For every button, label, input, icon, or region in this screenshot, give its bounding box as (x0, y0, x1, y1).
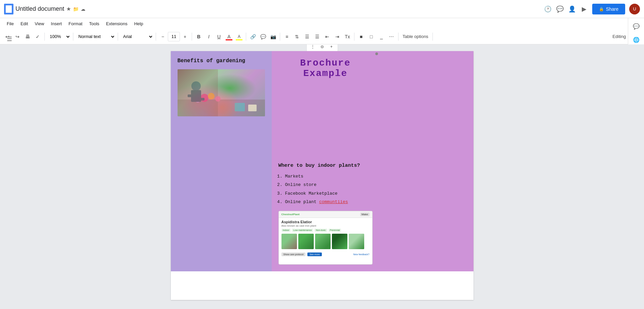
link-button[interactable]: 🔗 (248, 32, 258, 41)
plant-description: Also known as cast iron plant (281, 224, 370, 227)
border-dash-button[interactable]: ⋯ (387, 32, 396, 41)
plant-thumbnail (298, 234, 314, 249)
star-icon[interactable]: ★ (66, 6, 71, 12)
plant-name: Aspidistra Elatior (281, 220, 370, 224)
plant-thumbnail (315, 234, 331, 249)
menu-item-insert[interactable]: Insert (48, 20, 65, 28)
image-button[interactable]: 📷 (268, 32, 278, 41)
sidebar-chat-icon[interactable]: 🌐 (631, 34, 642, 45)
where-to-buy-title: Where to buy indoor plants? (278, 163, 373, 168)
document-table: Benefits of gardening (171, 51, 473, 271)
feedback-link: New feedback? (353, 253, 369, 256)
garden-image (178, 69, 265, 116)
menu-bar: File Edit View Insert Format Tools Exten… (0, 18, 644, 29)
plant-list: Markets Online store Facebook Marketplac… (278, 172, 373, 206)
svg-rect-8 (248, 105, 257, 111)
meet-icon[interactable]: ▶ (580, 5, 588, 13)
avatar[interactable]: U (629, 4, 640, 14)
border-width-button[interactable]: ⎯ (377, 32, 386, 41)
menu-item-tools[interactable]: Tools (86, 20, 102, 28)
lock-icon: 🔒 (599, 7, 604, 11)
menu-item-extensions[interactable]: Extensions (103, 20, 130, 28)
plant-tag: Non-toxic (314, 229, 327, 232)
divider (44, 33, 45, 41)
document-page: Benefits of gardening (171, 51, 473, 300)
border-color-button[interactable]: □ (367, 32, 376, 41)
outline-toggle-icon[interactable]: ☰ (7, 35, 12, 43)
table-move-icon[interactable]: ⋮ (309, 44, 317, 51)
table-align-icon[interactable]: ⊝ (318, 44, 326, 51)
cloud-saved-icon: ☁ (81, 6, 85, 12)
font-size-decrease-button[interactable]: − (158, 32, 167, 41)
table-left-cell: Benefits of gardening (171, 51, 272, 271)
line-spacing-button[interactable]: ⇅ (292, 32, 302, 41)
plant-images (281, 234, 370, 249)
fill-color-button[interactable]: ■ (356, 32, 366, 41)
table-options-button[interactable]: Table options (401, 34, 430, 39)
font-size-increase-button[interactable]: + (180, 32, 190, 41)
svg-point-4 (208, 93, 215, 100)
font-size-input[interactable] (168, 32, 180, 41)
menu-item-format[interactable]: Format (66, 20, 85, 28)
editing-mode-select[interactable]: Editing (612, 34, 626, 39)
menu-item-view[interactable]: View (32, 20, 47, 28)
svg-rect-7 (235, 103, 245, 111)
plant-tag: Perennial (329, 229, 341, 232)
collab-icon[interactable]: 👤 (568, 5, 576, 13)
brochure-title: Brochure Example (278, 58, 373, 79)
share-label: Share (606, 6, 618, 12)
website-make-button: Make (360, 213, 370, 216)
doc-icon (4, 4, 13, 14)
divider (398, 33, 399, 41)
italic-button[interactable]: I (204, 32, 214, 41)
list-item: Markets (285, 172, 373, 180)
doc-title: Untitled document (15, 5, 64, 12)
list-item: Online store (285, 181, 373, 189)
title-bar-right: 🕐 💬 👤 ▶ 🔒 Share U (544, 4, 640, 14)
see-more-button: See more (307, 253, 321, 256)
table-add-col-icon[interactable]: + (328, 44, 336, 51)
website-footer: Show care protocol See more New feedback… (279, 251, 372, 258)
plant-thumbnail (349, 234, 364, 249)
menu-item-help[interactable]: Help (131, 20, 146, 28)
menu-item-file[interactable]: File (4, 20, 16, 28)
history-icon[interactable]: 🕐 (544, 5, 552, 13)
menu-item-edit[interactable]: Edit (18, 20, 31, 28)
share-button[interactable]: 🔒 Share (592, 4, 625, 14)
sidebar-comments-icon[interactable]: 💬 (631, 21, 642, 32)
print-button[interactable]: 🖶 (23, 32, 32, 41)
plant-tag: Low maintenance (292, 229, 313, 232)
highlight-color-button[interactable]: A (234, 32, 244, 41)
divider (432, 33, 433, 41)
clear-format-button[interactable]: Tx (343, 32, 352, 41)
ordered-list-button[interactable]: ☰ (312, 32, 322, 41)
divider (192, 33, 192, 41)
underline-button[interactable]: U (214, 32, 224, 41)
indent-decrease-button[interactable]: ⇤ (323, 32, 332, 41)
table-right-cell: Brochure Example Where to buy indoor pla… (272, 51, 379, 271)
text-color-button[interactable]: A (224, 32, 234, 41)
indent-increase-button[interactable]: ⇥ (333, 32, 342, 41)
indoor-plants-section: Where to buy indoor plants? Markets Onli… (278, 163, 373, 265)
comment-insert-button[interactable]: 💬 (258, 32, 268, 41)
title-bar: Untitled document ★ 📁 ☁ 🕐 💬 👤 ▶ 🔒 Share … (0, 0, 644, 18)
svg-rect-11 (188, 94, 193, 97)
spellcheck-button[interactable]: ✓ (33, 32, 42, 41)
document-area: ⋮ ⊝ + Benefits of gardening (0, 44, 644, 309)
zoom-select[interactable]: 100% 75% 125% 150% (47, 32, 71, 41)
list-check-button[interactable]: ☰ (302, 32, 312, 41)
table-toolbar: ⋮ ⊝ + (306, 44, 338, 52)
folder-icon[interactable]: 📁 (73, 6, 79, 12)
font-select[interactable]: Arial Times New Roman Georgia (120, 32, 154, 41)
svg-point-9 (191, 81, 201, 91)
benefits-title: Benefits of gardening (178, 58, 265, 64)
redo-button[interactable]: ↪ (13, 32, 22, 41)
bold-button[interactable]: B (194, 32, 203, 41)
align-button[interactable]: ≡ (282, 32, 292, 41)
style-select[interactable]: Normal text Heading 1 Heading 2 Title (75, 32, 116, 41)
list-item: Facebook Marketplace (285, 190, 373, 197)
cell-menu-dot[interactable] (375, 52, 378, 55)
underline-word: communtiies (319, 199, 348, 204)
comment-icon[interactable]: 💬 (556, 5, 564, 13)
plant-website-screenshot: ChestnutPlant Make Aspidistra Elatior Al… (278, 211, 373, 265)
